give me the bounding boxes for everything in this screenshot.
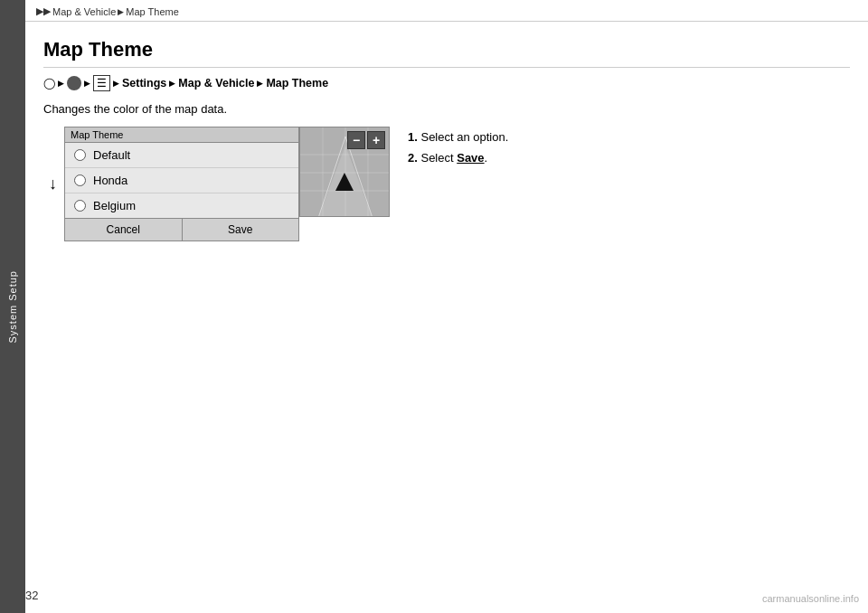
zoom-in-button[interactable]: + xyxy=(367,131,385,149)
item-label-belgium: Belgium xyxy=(93,199,136,212)
step-2: 2. Select Save. xyxy=(408,147,508,168)
breadcrumb-map-theme: Map Theme xyxy=(126,6,179,17)
step-1-num: 1. xyxy=(408,130,418,144)
step-1-text: Select an option. xyxy=(420,130,508,144)
radio-default xyxy=(74,149,86,161)
nav-arrow-marker xyxy=(335,173,354,191)
radio-belgium xyxy=(74,200,86,212)
map-zoom-controls: − + xyxy=(347,131,385,149)
radio-honda xyxy=(74,174,86,186)
step-2-bold: Save xyxy=(457,151,484,165)
ui-mockup-area: ↓ Map Theme Default Honda Belgium xyxy=(43,127,850,241)
step-2-period: . xyxy=(485,151,488,165)
list-icon: ☰ xyxy=(93,75,110,91)
instructions: 1. Select an option. 2. Select Save. xyxy=(408,127,508,169)
list-item-belgium[interactable]: Belgium xyxy=(65,193,298,218)
sidebar-label: System Setup xyxy=(7,270,18,343)
page-description: Changes the color of the map data. xyxy=(43,102,850,116)
step-1: 1. Select an option. xyxy=(408,127,508,147)
map-icon xyxy=(67,76,81,90)
breadcrumb-arrows: ▶▶ xyxy=(36,5,51,17)
save-button[interactable]: Save xyxy=(183,219,299,240)
map-preview: − + xyxy=(299,127,390,217)
nav-settings: Settings xyxy=(122,77,166,90)
nav-path: ◯ ▶ ▶ ☰ ▶ Settings ▶ Map & Vehicle ▶ Map… xyxy=(43,75,850,91)
nav-arrow-2: ▶ xyxy=(84,79,90,88)
list-item-honda[interactable]: Honda xyxy=(65,168,298,193)
mockup-panel: Map Theme Default Honda Belgium xyxy=(64,127,299,241)
breadcrumb-map-vehicle[interactable]: Map & Vehicle xyxy=(52,6,116,17)
nav-arrow-3: ▶ xyxy=(113,79,119,88)
nav-map-theme: Map Theme xyxy=(266,77,328,90)
page-number: 32 xyxy=(25,589,38,602)
step-2-text: Select xyxy=(420,151,457,165)
cancel-button[interactable]: Cancel xyxy=(65,219,183,240)
step-2-num: 2. xyxy=(408,151,418,165)
sidebar: System Setup xyxy=(0,0,25,613)
nav-map-vehicle: Map & Vehicle xyxy=(178,77,254,90)
list-item-default[interactable]: Default xyxy=(65,143,298,168)
nav-arrow-1: ▶ xyxy=(58,79,64,88)
nav-arrow-4: ▶ xyxy=(169,79,175,88)
item-label-honda: Honda xyxy=(93,174,127,187)
watermark: carmanualsonline.info xyxy=(762,593,859,604)
page-title: Map Theme xyxy=(43,38,850,68)
item-label-default: Default xyxy=(93,148,130,162)
page-body: Map Theme ◯ ▶ ▶ ☰ ▶ Settings ▶ Map & Veh… xyxy=(25,22,868,259)
nav-arrow-5: ▶ xyxy=(257,79,263,88)
breadcrumb-separator: ▶ xyxy=(118,7,124,16)
mockup-list: Default Honda Belgium xyxy=(65,143,298,218)
main-content: ▶▶ Map & Vehicle ▶ Map Theme Map Theme ◯… xyxy=(25,0,868,613)
mockup-button-row: Cancel Save xyxy=(65,218,298,240)
mockup-title: Map Theme xyxy=(65,127,298,143)
breadcrumb: ▶▶ Map & Vehicle ▶ Map Theme xyxy=(25,0,868,22)
power-icon: ◯ xyxy=(43,77,55,90)
zoom-out-button[interactable]: − xyxy=(347,131,365,149)
scroll-down-arrow[interactable]: ↓ xyxy=(43,171,62,197)
